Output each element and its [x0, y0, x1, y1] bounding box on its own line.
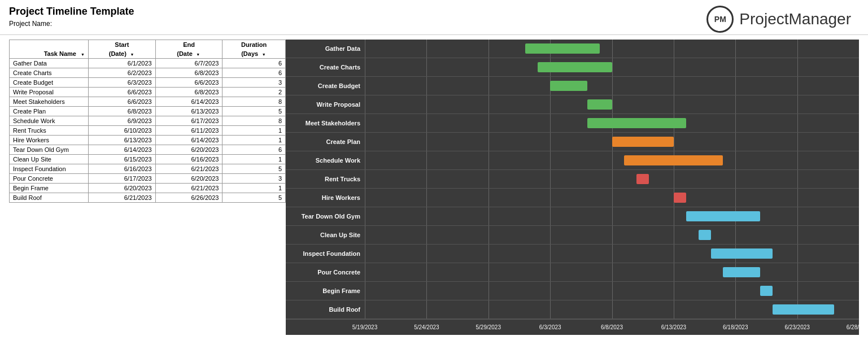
- gantt-grid-line: [674, 300, 674, 319]
- gantt-grid-line: [365, 58, 365, 76]
- table-row: Rent Trucks 6/10/2023 6/11/2023 1: [10, 126, 286, 136]
- gantt-axis-label: 6/3/2023: [539, 324, 561, 330]
- gantt-grid-line: [797, 77, 798, 95]
- gantt-row: Rent Trucks: [286, 170, 859, 189]
- gantt-bar-area: [365, 207, 859, 225]
- cell-start: 6/15/2023: [89, 155, 156, 164]
- cell-end: 6/6/2023: [155, 78, 223, 88]
- gantt-grid-line: [612, 95, 613, 114]
- gantt-grid-line: [365, 40, 365, 58]
- gantt-grid-line: [426, 95, 427, 114]
- task-filter-icon[interactable]: [79, 50, 85, 55]
- gantt-row: Begin Frame: [286, 282, 859, 300]
- cell-task-name: Write Proposal: [10, 88, 89, 97]
- cell-end: 6/8/2023: [155, 68, 223, 78]
- gantt-bar-area: [365, 282, 859, 300]
- gantt-grid-line: [365, 207, 365, 225]
- gantt-grid-line: [365, 114, 365, 132]
- gantt-grid-line: [488, 133, 489, 151]
- gantt-grid-line: [735, 114, 736, 132]
- gantt-row: Gather Data: [286, 40, 859, 58]
- cell-task-name: Pour Concrete: [10, 174, 89, 184]
- col-subheader-start: (Date): [89, 49, 156, 59]
- gantt-bar-area: [365, 114, 859, 132]
- cell-start: 6/9/2023: [89, 116, 156, 126]
- gantt-row: Write Proposal: [286, 95, 859, 114]
- gantt-grid-line: [674, 40, 674, 58]
- gantt-grid-line: [488, 77, 489, 95]
- start-filter-icon[interactable]: [129, 50, 135, 55]
- gantt-grid-line: [550, 170, 551, 188]
- gantt-grid-line: [488, 226, 489, 244]
- cell-end: 6/21/2023: [155, 184, 223, 193]
- cell-end: 6/16/2023: [155, 155, 223, 164]
- branding: PM ProjectManager: [706, 6, 851, 33]
- gantt-grid-line: [735, 95, 736, 114]
- gantt-grid-line: [735, 282, 736, 300]
- gantt-grid-line: [550, 189, 551, 207]
- gantt-grid-line: [365, 226, 365, 244]
- gantt-row-label: Rent Trucks: [286, 176, 365, 182]
- gantt-axis-label: 5/24/2023: [414, 324, 439, 330]
- col-header-end: End: [155, 40, 223, 50]
- gantt-grid-line: [426, 170, 427, 188]
- gantt-bar-area: [365, 263, 859, 281]
- gantt-grid-line: [612, 151, 613, 169]
- gantt-grid-line: [488, 263, 489, 281]
- gantt-grid-line: [735, 40, 736, 58]
- gantt-grid-line: [426, 77, 427, 95]
- gantt-grid-line: [488, 40, 489, 58]
- gantt-grid-line: [426, 58, 427, 76]
- gantt-grid-line: [612, 170, 613, 188]
- cell-duration: 6: [223, 145, 286, 155]
- gantt-grid-line: [365, 263, 365, 281]
- cell-end: 6/20/2023: [155, 145, 223, 155]
- cell-duration: 8: [223, 116, 286, 126]
- gantt-grid-line: [674, 77, 674, 95]
- gantt-chart-container: Gather DataCreate ChartsCreate BudgetWri…: [286, 40, 859, 335]
- gantt-grid-line: [426, 151, 427, 169]
- gantt-grid-line: [797, 151, 798, 169]
- cell-task-name: Schedule Work: [10, 116, 89, 126]
- gantt-row: Tear Down Old Gym: [286, 207, 859, 226]
- gantt-bar-area: [365, 40, 859, 58]
- gantt-chart: Gather DataCreate ChartsCreate BudgetWri…: [286, 40, 859, 335]
- gantt-grid-line: [550, 207, 551, 225]
- gantt-bar: [538, 62, 612, 72]
- gantt-grid-line: [426, 189, 427, 207]
- gantt-grid-line: [674, 263, 674, 281]
- gantt-grid-line: [674, 245, 674, 263]
- gantt-grid-line: [365, 77, 365, 95]
- table-row: Build Roof 6/21/2023 6/26/2023 5: [10, 193, 286, 203]
- gantt-grid-line: [488, 151, 489, 169]
- gantt-bar-area: [365, 151, 859, 169]
- gantt-grid-line: [612, 40, 613, 58]
- gantt-grid-line: [426, 226, 427, 244]
- dur-filter-icon[interactable]: [261, 50, 267, 55]
- gantt-bar-area: [365, 226, 859, 244]
- gantt-grid-line: [550, 133, 551, 151]
- gantt-row-label: Write Proposal: [286, 101, 365, 108]
- gantt-grid-line: [797, 189, 798, 207]
- gantt-grid-line: [426, 282, 427, 300]
- gantt-axis-label: 6/23/2023: [784, 324, 810, 330]
- cell-start: 6/2/2023: [89, 68, 156, 78]
- cell-start: 6/6/2023: [89, 97, 156, 107]
- end-filter-icon[interactable]: [195, 50, 201, 55]
- gantt-bar: [686, 211, 760, 221]
- gantt-grid-line: [612, 226, 613, 244]
- gantt-bar-area: [365, 77, 859, 95]
- gantt-grid-line: [797, 226, 798, 244]
- cell-start: 6/13/2023: [89, 136, 156, 145]
- gantt-grid-line: [674, 207, 674, 225]
- gantt-grid-line: [797, 170, 798, 188]
- cell-task-name: Hire Workers: [10, 136, 89, 145]
- gantt-bar-area: [365, 189, 859, 207]
- cell-duration: 6: [223, 59, 286, 68]
- table-row: Begin Frame 6/20/2023 6/21/2023 1: [10, 184, 286, 193]
- gantt-row-label: Begin Frame: [286, 287, 365, 294]
- gantt-grid-line: [550, 151, 551, 169]
- gantt-row: Create Plan: [286, 133, 859, 151]
- cell-task-name: Gather Data: [10, 59, 89, 68]
- cell-end: 6/11/2023: [155, 126, 223, 136]
